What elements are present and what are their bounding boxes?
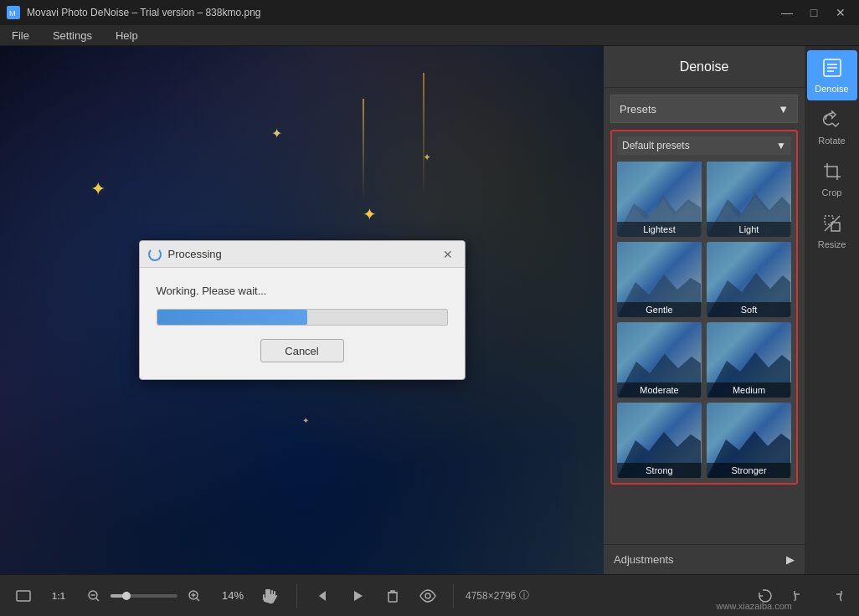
svg-line-24 [197,598,200,601]
presets-dropdown[interactable]: Presets ▼ [610,95,798,123]
presets-label: Presets [620,103,656,116]
preset-stronger[interactable]: Stronger [707,403,791,478]
zoom-out-button[interactable] [80,583,107,609]
tool-resize[interactable]: Resize [807,206,857,256]
presets-grid: Lightest Light [617,162,791,478]
menu-settings[interactable]: Settings [48,28,97,44]
svg-line-18 [825,216,840,231]
preset-label-stronger: Stronger [707,463,791,478]
minimize-button[interactable]: — [775,1,799,24]
adjustments-bar[interactable]: Adjustments ▶ [604,544,805,574]
adjustments-label: Adjustments [614,553,674,566]
progress-bar-fill [157,310,308,325]
svg-line-21 [96,598,100,601]
image-info: 4758×2796 ⓘ [466,588,529,603]
panel-title: Denoise [680,59,729,74]
dialog-title: Processing [168,248,222,260]
zoom-track[interactable] [111,594,177,598]
redo-button[interactable] [822,583,849,609]
zoom-percent: 14% [216,589,249,602]
preset-label-gentle: Gentle [617,302,702,317]
tool-crop[interactable]: Crop [807,154,857,204]
menubar: File Settings Help [0,25,859,46]
zoom-thumb[interactable] [122,592,131,600]
menu-help[interactable]: Help [111,28,143,44]
info-icon: ⓘ [519,588,529,603]
titlebar: M Movavi Photo DeNoise – Trial version –… [0,0,859,25]
dialog-titlebar: Processing ✕ [140,241,465,268]
preset-soft[interactable]: Soft [707,242,791,317]
menu-file[interactable]: File [7,28,34,44]
presets-arrow: ▼ [778,103,789,116]
default-presets-label: Default presets [622,140,690,151]
zoom-in-button[interactable] [181,583,208,609]
prev-button[interactable] [309,583,336,609]
svg-marker-28 [354,591,363,601]
one-to-one-label: 1:1 [52,591,65,601]
adjustments-arrow: ▶ [786,553,795,566]
resize-icon [822,213,842,236]
svg-rect-19 [17,591,30,601]
tool-resize-label: Resize [818,239,846,249]
titlebar-left: M Movavi Photo DeNoise – Trial version –… [7,6,260,19]
tool-rotate-label: Rotate [818,136,845,146]
rotate-icon [822,110,842,132]
processing-dialog: Processing ✕ Working. Please wait... Can… [139,240,466,380]
tool-sidebar: Denoise Rotate Crop [805,46,859,574]
window-controls: — □ ✕ [775,1,852,24]
preset-label-soft: Soft [707,302,791,317]
dialog-message: Working. Please wait... [157,285,448,297]
dialog-body: Working. Please wait... Cancel [140,268,465,379]
preset-light[interactable]: Light [707,162,791,237]
tool-crop-label: Crop [822,187,842,198]
canvas-area: ✦ ✦ ✦ ✦ ✦ ✦ ✦ ✦ Processing ✕ [0,46,604,574]
crop-icon [822,162,842,184]
svg-rect-29 [388,593,397,602]
maximize-button[interactable]: □ [802,1,826,24]
denoise-icon [822,58,842,80]
preset-label-lightest: Lightest [617,222,702,237]
pan-tool-button[interactable] [258,583,285,609]
one-to-one-button[interactable]: 1:1 [45,583,72,609]
close-button[interactable]: ✕ [829,1,852,24]
preset-label-medium: Medium [707,382,791,398]
image-dimensions: 4758×2796 [466,590,516,602]
default-presets-header[interactable]: Default presets ▼ [617,136,791,155]
tool-denoise[interactable]: Denoise [807,50,857,100]
progress-bar-container [157,309,448,326]
svg-point-30 [425,593,430,598]
svg-marker-27 [319,591,326,601]
window-title: Movavi Photo DeNoise – Trial version – 8… [27,7,260,18]
denoise-panel: Denoise Presets ▼ Default presets ▼ [604,46,805,574]
preset-moderate[interactable]: Moderate [617,322,702,398]
denoise-content: Presets ▼ Default presets ▼ [604,88,805,544]
tool-denoise-label: Denoise [815,84,848,94]
preset-gentle[interactable]: Gentle [617,242,702,317]
fit-view-button[interactable] [10,583,37,609]
dialog-footer: Cancel [157,339,448,366]
dialog-title-area: Processing [148,248,222,261]
spinner-icon [148,248,162,261]
delete-button[interactable] [379,583,406,609]
divider-2 [453,583,454,608]
zoom-slider-container[interactable] [80,583,208,609]
app-icon: M [7,6,20,19]
bottom-toolbar: 1:1 14% [0,574,859,616]
preset-medium[interactable]: Medium [707,322,791,398]
svg-text:M: M [9,9,16,18]
preset-label-strong: Strong [617,463,702,478]
presets-grid-container: Default presets ▼ Lightest [610,130,798,485]
default-presets-arrow: ▼ [776,140,786,151]
main-layout: ✦ ✦ ✦ ✦ ✦ ✦ ✦ ✦ Processing ✕ [0,46,859,574]
dialog-close-button[interactable]: ✕ [440,246,456,263]
view-button[interactable] [414,583,441,609]
play-button[interactable] [344,583,371,609]
divider-1 [296,583,297,608]
cancel-button[interactable]: Cancel [260,339,344,362]
preset-lightest[interactable]: Lightest [617,162,702,237]
watermark: www.xiazaiba.com [717,601,792,611]
preset-label-moderate: Moderate [617,382,702,398]
tool-rotate[interactable]: Rotate [807,102,857,152]
preset-label-light: Light [707,222,791,237]
preset-strong[interactable]: Strong [617,403,702,478]
